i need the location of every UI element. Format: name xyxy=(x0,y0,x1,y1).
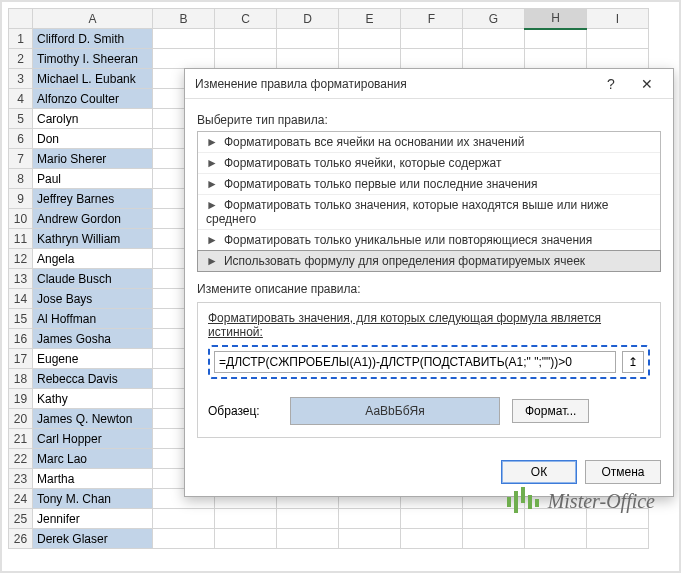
row-header[interactable]: 4 xyxy=(9,89,33,109)
row-header[interactable]: 13 xyxy=(9,269,33,289)
row-header[interactable]: 1 xyxy=(9,29,33,49)
cell[interactable]: Don xyxy=(33,129,153,149)
cell[interactable] xyxy=(215,529,277,549)
row-header[interactable]: 3 xyxy=(9,69,33,89)
column-header-I[interactable]: I xyxy=(587,9,649,29)
row-header[interactable]: 21 xyxy=(9,429,33,449)
cell[interactable] xyxy=(525,49,587,69)
cell[interactable]: Jennifer xyxy=(33,509,153,529)
cell[interactable] xyxy=(339,49,401,69)
cell[interactable]: Carolyn xyxy=(33,109,153,129)
row-header[interactable]: 2 xyxy=(9,49,33,69)
cell[interactable] xyxy=(525,529,587,549)
column-header-B[interactable]: B xyxy=(153,9,215,29)
row-header[interactable]: 22 xyxy=(9,449,33,469)
row-header[interactable]: 20 xyxy=(9,409,33,429)
cell[interactable] xyxy=(153,529,215,549)
column-header-H[interactable]: H xyxy=(525,9,587,29)
cell[interactable] xyxy=(215,509,277,529)
row-header[interactable]: 15 xyxy=(9,309,33,329)
row-header[interactable]: 5 xyxy=(9,109,33,129)
cell[interactable] xyxy=(153,29,215,49)
cell[interactable] xyxy=(339,509,401,529)
cell[interactable] xyxy=(401,509,463,529)
row-header[interactable]: 7 xyxy=(9,149,33,169)
cell[interactable] xyxy=(277,509,339,529)
row-header[interactable]: 12 xyxy=(9,249,33,269)
select-all-corner[interactable] xyxy=(9,9,33,29)
cell[interactable] xyxy=(463,49,525,69)
formula-input[interactable] xyxy=(214,351,616,373)
rule-type-item[interactable]: ►Форматировать только первые или последн… xyxy=(198,174,660,195)
rule-type-item[interactable]: ►Форматировать только значения, которые … xyxy=(198,195,660,230)
cell[interactable]: Martha xyxy=(33,469,153,489)
cell[interactable]: James Q. Newton xyxy=(33,409,153,429)
column-header-C[interactable]: C xyxy=(215,9,277,29)
column-header-A[interactable]: A xyxy=(33,9,153,29)
cell[interactable]: Paul xyxy=(33,169,153,189)
rule-type-item[interactable]: ►Использовать формулу для определения фо… xyxy=(197,250,661,272)
cell[interactable]: Claude Busch xyxy=(33,269,153,289)
ok-button[interactable]: ОК xyxy=(501,460,577,484)
column-header-D[interactable]: D xyxy=(277,9,339,29)
close-button[interactable]: ✕ xyxy=(629,70,665,98)
cell[interactable]: Mario Sherer xyxy=(33,149,153,169)
rule-type-item[interactable]: ►Форматировать все ячейки на основании и… xyxy=(198,132,660,153)
cell[interactable]: Timothy I. Sheeran xyxy=(33,49,153,69)
format-button[interactable]: Формат... xyxy=(512,399,589,423)
cell[interactable] xyxy=(587,29,649,49)
row-header[interactable]: 10 xyxy=(9,209,33,229)
row-header[interactable]: 6 xyxy=(9,129,33,149)
rule-type-item[interactable]: ►Форматировать только уникальные или пов… xyxy=(198,230,660,251)
row-header[interactable]: 19 xyxy=(9,389,33,409)
cell[interactable] xyxy=(463,29,525,49)
cell[interactable]: Rebecca Davis xyxy=(33,369,153,389)
cell[interactable]: Michael L. Eubank xyxy=(33,69,153,89)
cell[interactable] xyxy=(463,529,525,549)
cell[interactable]: James Gosha xyxy=(33,329,153,349)
row-header[interactable]: 25 xyxy=(9,509,33,529)
cell[interactable] xyxy=(153,509,215,529)
rule-type-list[interactable]: ►Форматировать все ячейки на основании и… xyxy=(197,131,661,272)
cell[interactable]: Angela xyxy=(33,249,153,269)
row-header[interactable]: 26 xyxy=(9,529,33,549)
cancel-button[interactable]: Отмена xyxy=(585,460,661,484)
row-header[interactable]: 14 xyxy=(9,289,33,309)
rule-type-item[interactable]: ►Форматировать только ячейки, которые со… xyxy=(198,153,660,174)
cell[interactable]: Al Hoffman xyxy=(33,309,153,329)
cell[interactable]: Jeffrey Barnes xyxy=(33,189,153,209)
cell[interactable] xyxy=(587,49,649,69)
cell[interactable]: Carl Hopper xyxy=(33,429,153,449)
cell[interactable]: Alfonzo Coulter xyxy=(33,89,153,109)
cell[interactable] xyxy=(401,529,463,549)
cell[interactable]: Marc Lao xyxy=(33,449,153,469)
cell[interactable]: Eugene xyxy=(33,349,153,369)
cell[interactable]: Kathryn William xyxy=(33,229,153,249)
cell[interactable] xyxy=(153,49,215,69)
cell[interactable]: Clifford D. Smith xyxy=(33,29,153,49)
cell[interactable]: Jose Bays xyxy=(33,289,153,309)
column-header-G[interactable]: G xyxy=(463,9,525,29)
row-header[interactable]: 8 xyxy=(9,169,33,189)
cell[interactable] xyxy=(339,29,401,49)
cell[interactable] xyxy=(277,529,339,549)
cell[interactable] xyxy=(587,529,649,549)
cell[interactable] xyxy=(401,49,463,69)
row-header[interactable]: 18 xyxy=(9,369,33,389)
cell[interactable]: Kathy xyxy=(33,389,153,409)
cell[interactable] xyxy=(215,49,277,69)
row-header[interactable]: 9 xyxy=(9,189,33,209)
cell[interactable]: Andrew Gordon xyxy=(33,209,153,229)
column-header-E[interactable]: E xyxy=(339,9,401,29)
cell[interactable] xyxy=(215,29,277,49)
row-header[interactable]: 24 xyxy=(9,489,33,509)
row-header[interactable]: 17 xyxy=(9,349,33,369)
cell[interactable] xyxy=(277,29,339,49)
cell[interactable] xyxy=(525,29,587,49)
cell[interactable]: Tony M. Chan xyxy=(33,489,153,509)
cell[interactable]: Derek Glaser xyxy=(33,529,153,549)
cell[interactable] xyxy=(277,49,339,69)
range-selector-button[interactable]: ↥ xyxy=(622,351,644,373)
cell[interactable] xyxy=(339,529,401,549)
row-header[interactable]: 16 xyxy=(9,329,33,349)
